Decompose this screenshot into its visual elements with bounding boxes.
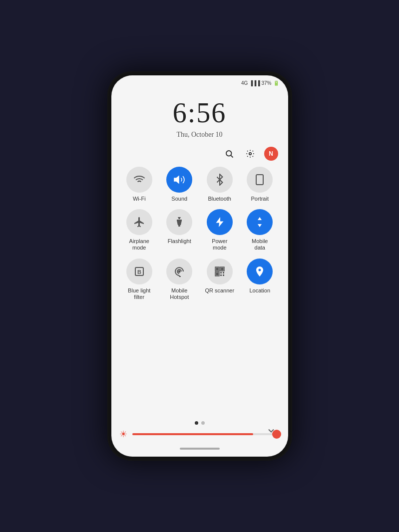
brightness-row: ☀ [111, 427, 288, 444]
sound-label: Sound [171, 196, 187, 202]
svg-rect-19 [220, 274, 222, 276]
phone-device: 4G ▐▐▐ 37% 🔋 6:56 Thu, October 10 [107, 71, 292, 461]
pagination-dot-1[interactable] [195, 421, 198, 425]
tile-wifi[interactable]: Wi-Fi [121, 167, 157, 202]
airplane-label: Airplanemode [129, 238, 149, 251]
battery-text: 37% [261, 80, 271, 86]
signal-icon: 4G [241, 80, 248, 86]
clock-area: 6:56 Thu, October 10 [111, 88, 288, 144]
chevron-down-icon[interactable] [266, 426, 276, 436]
user-avatar[interactable]: N [264, 147, 278, 161]
status-bar: 4G ▐▐▐ 37% 🔋 [111, 75, 288, 88]
tile-power-mode[interactable]: Powermode [202, 209, 238, 251]
tile-blue-light[interactable]: B Blue lightfilter [121, 259, 157, 300]
tile-sound[interactable]: Sound [161, 167, 197, 202]
location-icon-bg [247, 259, 273, 284]
svg-text:B: B [137, 269, 141, 275]
tile-qr-scanner[interactable]: QR scanner [202, 259, 238, 300]
mobile-data-label: Mobiledata [252, 238, 268, 251]
settings-button[interactable] [243, 147, 257, 161]
bottom-bar [111, 444, 288, 457]
wifi-label: Wi-Fi [133, 196, 146, 202]
svg-line-1 [231, 155, 233, 157]
svg-rect-16 [216, 273, 218, 275]
bluetooth-icon-bg [207, 167, 233, 193]
tile-airplane[interactable]: Airplanemode [121, 209, 157, 251]
tile-portrait[interactable]: Portrait [242, 167, 278, 202]
battery-icon: 🔋 [273, 80, 279, 86]
flashlight-label: Flashlight [168, 238, 191, 245]
hotspot-icon-bg [166, 259, 192, 284]
search-button[interactable] [222, 147, 236, 161]
svg-marker-4 [174, 176, 179, 183]
flashlight-icon-bg [166, 209, 192, 235]
tiles-row-2: Airplanemode Flashlight [119, 209, 280, 251]
tile-flashlight[interactable]: Flashlight [161, 209, 197, 251]
svg-rect-14 [221, 268, 223, 270]
location-label: Location [249, 287, 270, 294]
clock-date: Thu, October 10 [176, 131, 222, 139]
svg-rect-18 [223, 272, 224, 273]
home-indicator[interactable] [180, 448, 220, 450]
svg-point-2 [249, 153, 251, 155]
portrait-icon-bg [247, 167, 273, 193]
hotspot-label: MobileHotspot [170, 287, 189, 300]
airplane-icon-bg [126, 209, 152, 235]
qr-icon-bg [207, 259, 233, 284]
wifi-icon-bg [126, 167, 152, 193]
status-icons: 4G ▐▐▐ 37% 🔋 [241, 80, 279, 86]
qr-scanner-label: QR scanner [205, 287, 234, 294]
tile-hotspot[interactable]: MobileHotspot [161, 259, 197, 300]
svg-rect-12 [216, 268, 218, 270]
tiles-row-3: B Blue lightfilter M [119, 259, 280, 300]
bars-icon: ▐▐▐ [249, 80, 260, 86]
sound-icon-bg [166, 167, 192, 193]
svg-rect-20 [223, 274, 224, 276]
qs-header: N [111, 144, 288, 164]
phone-screen: 4G ▐▐▐ 37% 🔋 6:56 Thu, October 10 [111, 75, 288, 457]
blue-light-icon-bg: B [126, 259, 152, 284]
brightness-icon: ☀ [119, 429, 127, 440]
svg-point-0 [226, 151, 232, 156]
tiles-row-1: Wi-Fi Sound [119, 167, 280, 202]
svg-rect-17 [220, 272, 222, 273]
svg-rect-7 [178, 225, 180, 227]
tiles-container: Wi-Fi Sound [111, 164, 288, 419]
brightness-track[interactable] [132, 433, 280, 435]
svg-point-10 [179, 270, 180, 272]
blue-light-label: Blue lightfilter [128, 287, 150, 300]
mobile-data-icon-bg [247, 209, 273, 235]
avatar-initial: N [269, 150, 273, 157]
portrait-label: Portrait [251, 196, 269, 202]
tile-bluetooth[interactable]: Bluetooth [202, 167, 238, 202]
pagination [111, 419, 288, 427]
brightness-fill [132, 433, 254, 435]
tile-location[interactable]: Location [242, 259, 278, 300]
power-icon-bg [207, 209, 233, 235]
clock-time: 6:56 [173, 97, 227, 129]
pagination-dot-2[interactable] [201, 421, 205, 425]
bluetooth-label: Bluetooth [208, 196, 231, 202]
power-mode-label: Powermode [212, 238, 227, 251]
tile-mobile-data[interactable]: Mobiledata [242, 209, 278, 251]
